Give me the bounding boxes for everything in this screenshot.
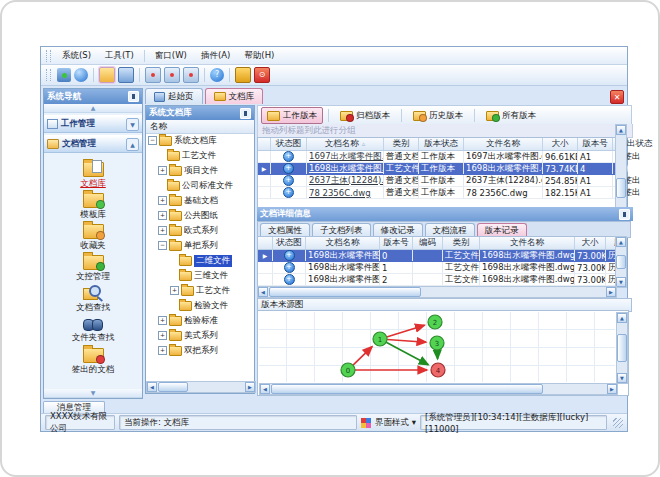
tree-node[interactable]: 工艺文件	[146, 283, 254, 298]
scroll-left-icon[interactable]	[258, 287, 268, 297]
scroll-down-icon[interactable]	[617, 373, 627, 383]
tree-node-selected[interactable]: 二维文件	[146, 253, 254, 268]
graph-horizontal-scrollbar[interactable]	[259, 383, 618, 395]
expand-icon[interactable]	[170, 286, 179, 295]
expand-icon[interactable]	[158, 226, 167, 235]
interface-style-dropdown[interactable]: 界面样式 ▾	[375, 417, 416, 429]
tab-doc-properties[interactable]: 文档属性	[260, 223, 310, 237]
sidebar-collapse-up[interactable]	[44, 104, 142, 113]
tree-node[interactable]: 项目文件	[146, 163, 254, 178]
expand-icon[interactable]	[158, 346, 167, 355]
lock-icon[interactable]	[235, 67, 251, 83]
close-icon[interactable]	[610, 90, 624, 104]
doc-name-link[interactable]: 2637主体(12284).dwg	[309, 175, 384, 186]
column-header[interactable]: 大小	[575, 237, 606, 249]
expand-icon[interactable]	[158, 166, 167, 175]
column-header[interactable]: 版本状态	[419, 138, 464, 150]
tree-node[interactable]: 基础文档	[146, 193, 254, 208]
table-row[interactable]: 1698出水嘴零件图.dwg 1 工艺文件 1698出水嘴零件图.dwg 73.…	[258, 262, 616, 274]
version-node-4[interactable]: 4	[431, 363, 445, 377]
scroll-thumb[interactable]	[617, 334, 627, 362]
history-version-button[interactable]: 历史版本	[407, 107, 469, 124]
resize-grip-icon[interactable]	[613, 418, 623, 428]
detail-table-horizontal-scrollbar[interactable]	[257, 286, 617, 298]
drag-handle-icon[interactable]	[46, 69, 51, 81]
tab-doc-flow[interactable]: 文档流程	[425, 223, 475, 237]
menu-plugins[interactable]: 插件(A)	[195, 49, 236, 63]
sidebar-item-folder-search[interactable]: 文件夹查找	[72, 314, 115, 345]
sidebar-item-template-library[interactable]: 模板库	[80, 190, 106, 221]
table-row-selected[interactable]: 1698出水嘴零件图.dwg 工艺文件 工作版本 1698出水嘴零件图.dwg …	[258, 163, 616, 175]
table-row[interactable]: 1697出水嘴零件图.dwg 普通文档 工作版本 1697出水嘴零件图.dwg …	[258, 151, 616, 163]
scroll-up-icon[interactable]	[616, 125, 626, 135]
collapse-icon[interactable]	[158, 241, 167, 250]
tree-node[interactable]: 欧式系列	[146, 223, 254, 238]
scroll-down-icon[interactable]	[616, 277, 626, 287]
column-header[interactable]: 版本号	[578, 138, 613, 150]
version-node-3[interactable]: 3	[430, 336, 444, 350]
exit-icon[interactable]: ⊙	[254, 67, 270, 83]
column-header-sorted[interactable]: 文档名称	[307, 138, 384, 150]
column-header[interactable]: 文档名称	[306, 237, 380, 249]
all-version-button[interactable]: 所有版本	[480, 107, 542, 124]
archive-version-button[interactable]: 归档版本	[334, 107, 396, 124]
scroll-thumb[interactable]	[616, 178, 626, 198]
expand-icon[interactable]	[158, 331, 167, 340]
sidebar-collapse-down[interactable]	[44, 389, 142, 398]
interface-style-icon[interactable]	[361, 418, 371, 428]
doc-checkout-icon[interactable]	[164, 67, 180, 83]
tree-node[interactable]: 检验文件	[146, 298, 254, 313]
scroll-right-icon[interactable]	[606, 287, 616, 297]
menu-window[interactable]: 窗口(W)	[149, 49, 193, 63]
expand-icon[interactable]	[158, 196, 167, 205]
tree-node[interactable]: 工艺文件	[146, 148, 254, 163]
menu-tools[interactable]: 工具(T)	[99, 49, 140, 63]
tree-node[interactable]: 三维文件	[146, 268, 254, 283]
tab-modification-record[interactable]: 修改记录	[373, 223, 423, 237]
work-version-button[interactable]: 工作版本	[261, 107, 323, 124]
scroll-left-icon[interactable]	[260, 384, 270, 394]
scroll-right-icon[interactable]	[607, 384, 617, 394]
tree-node[interactable]: 公司标准文件	[146, 178, 254, 193]
globe-icon[interactable]	[74, 68, 88, 82]
tree-node[interactable]: 美式系列	[146, 328, 254, 343]
tab-document-library[interactable]: 文档库	[205, 88, 264, 104]
drag-handle-icon[interactable]	[46, 50, 51, 62]
collapse-icon[interactable]	[148, 136, 157, 145]
column-header[interactable]: 文件名称	[480, 237, 575, 249]
version-node-1[interactable]: 1	[373, 332, 387, 346]
doc-name-link[interactable]: 1698出水嘴零件图.dwg	[309, 163, 384, 174]
tab-start-page[interactable]: 起始页	[145, 88, 203, 104]
sidebar-item-document-library[interactable]: 文档库	[80, 159, 106, 190]
version-graph-canvas[interactable]: 01234	[259, 312, 615, 382]
chevron-down-icon[interactable]: ▼	[126, 118, 139, 131]
version-node-2[interactable]: 2	[428, 315, 442, 329]
scroll-thumb[interactable]	[158, 382, 188, 392]
table-row[interactable]: 1698出水嘴零件图.dwg 2 工艺文件 1698出水嘴零件图.dwg 73.…	[258, 274, 616, 286]
column-header[interactable]: 类别	[443, 237, 480, 249]
tree-node-root[interactable]: 系统文档库	[146, 133, 254, 148]
doc-checkin-icon[interactable]	[145, 67, 161, 83]
tree-horizontal-scrollbar[interactable]	[146, 381, 256, 393]
sidebar-item-doc-control[interactable]: 文控管理	[76, 252, 110, 283]
detail-table-vertical-scrollbar[interactable]	[615, 236, 627, 288]
column-header[interactable]: 类别	[384, 138, 419, 150]
scroll-right-icon[interactable]	[245, 382, 255, 392]
sidebar-group-document[interactable]: 文档管理 ▲	[44, 135, 142, 153]
tree-node[interactable]: 双把系列	[146, 343, 254, 358]
version-node-0[interactable]: 0	[341, 363, 355, 377]
doc-name-link[interactable]: 78 2356C.dwg	[309, 188, 371, 198]
column-header[interactable]: 大小	[543, 138, 578, 150]
expand-icon[interactable]	[158, 211, 167, 220]
help-icon[interactable]: ?	[210, 68, 224, 82]
graph-vertical-scrollbar[interactable]	[616, 312, 628, 384]
doc-undo-icon[interactable]	[183, 67, 199, 83]
doc-name-link[interactable]: 1697出水嘴零件图.dwg	[309, 151, 384, 162]
scroll-left-icon[interactable]	[147, 382, 157, 392]
tree-node[interactable]: 公共图纸	[146, 208, 254, 223]
scroll-up-icon[interactable]	[616, 237, 626, 247]
column-header[interactable]: 版本号	[380, 237, 413, 249]
sidebar-item-favorites[interactable]: 收藏夹	[80, 221, 106, 252]
table-row[interactable]: 78 2356C.dwg 普通文档 工作版本 78 2356C.dwg 182.…	[258, 187, 616, 199]
sync-window-icon[interactable]	[57, 68, 71, 82]
